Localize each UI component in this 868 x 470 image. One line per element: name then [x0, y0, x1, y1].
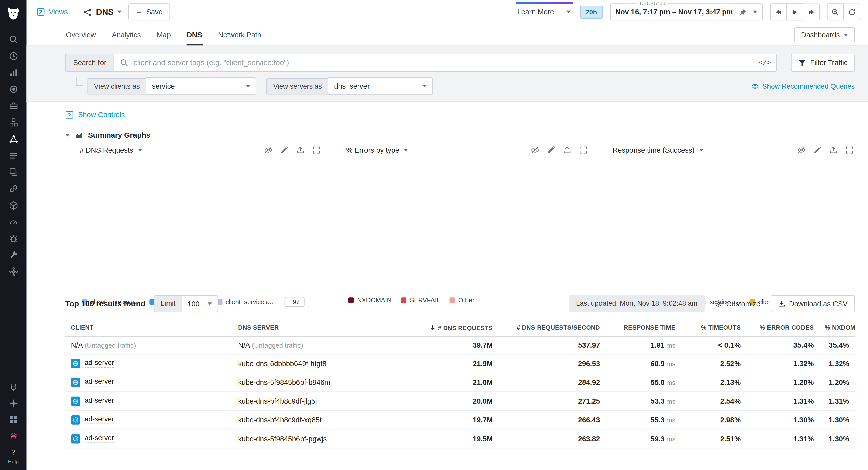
hide-icon[interactable]: Milliseconds02004006008001e3Nov 1706:001… — [797, 146, 806, 154]
tab-dns[interactable]: DNS — [186, 24, 203, 45]
export-icon[interactable] — [829, 146, 838, 154]
chart-plot[interactable] — [65, 157, 322, 296]
table-row[interactable]: ad-serverkube-dns-bf4b8c9df-jlg5j20.0M27… — [65, 392, 855, 411]
response-time-cell: 55.3 ms — [606, 411, 681, 430]
column-header--error-codes[interactable]: % ERROR CODES — [746, 319, 819, 336]
customize-button[interactable]: Customize — [715, 300, 760, 308]
kentik-logo[interactable] — [5, 5, 22, 22]
alerts-icon[interactable] — [8, 234, 18, 243]
insights-icon[interactable] — [8, 399, 18, 408]
chart-title-dropdown[interactable]: Response time (Success) — [613, 146, 704, 154]
view-servers-select[interactable]: dns_server — [328, 77, 433, 95]
tab-map[interactable]: Map — [156, 24, 171, 45]
fullscreen-icon[interactable] — [312, 146, 321, 154]
tools-icon[interactable] — [8, 250, 18, 260]
topology-icon[interactable] — [8, 134, 18, 144]
packages-icon[interactable] — [8, 201, 18, 210]
tab-analytics[interactable]: Analytics — [111, 24, 141, 45]
views-button[interactable]: Views — [36, 8, 68, 16]
mesh-icon[interactable] — [8, 267, 18, 276]
download-csv-button[interactable]: Download as CSV — [770, 295, 855, 312]
show-recommended-queries-link[interactable]: Show Recommended Queries — [751, 82, 855, 90]
chart-title-dropdown[interactable]: % Errors by type — [346, 146, 408, 154]
column-header-dns-server[interactable]: DNS SERVER — [232, 319, 416, 336]
caret-down-icon[interactable] — [753, 10, 757, 13]
mirror-icon[interactable] — [8, 168, 18, 177]
time-range-value: Nov 16, 7:17 pm – Nov 17, 3:47 pm — [615, 8, 733, 16]
skip-back-button[interactable] — [770, 3, 787, 21]
time-range-control[interactable]: UTC-07:00 Nov 16, 7:17 pm – Nov 17, 3:47… — [610, 3, 763, 21]
dashboards-button[interactable]: Dashboards — [794, 27, 855, 43]
fullscreen-icon[interactable] — [579, 146, 587, 154]
search-input[interactable] — [133, 59, 747, 67]
chart-plot[interactable] — [332, 157, 588, 296]
export-icon[interactable] — [563, 146, 571, 154]
help-button[interactable]: ? Help — [8, 447, 19, 466]
explorer-icon[interactable] — [8, 85, 18, 94]
client-tag[interactable]: ad-server — [71, 415, 114, 425]
show-controls-link[interactable]: Show Controls — [65, 111, 125, 119]
history-icon[interactable] — [8, 51, 18, 61]
chart-title-dropdown[interactable]: # DNS Requests — [80, 146, 142, 154]
edit-icon[interactable] — [813, 146, 822, 154]
botnet-icon[interactable] — [8, 431, 18, 440]
stacks-icon[interactable] — [8, 118, 18, 127]
legend-more-badge[interactable]: +97 — [284, 297, 305, 307]
search-icon[interactable] — [8, 35, 18, 44]
filter-traffic-button[interactable]: Filter Traffic — [791, 54, 855, 72]
table-row[interactable]: ad-serverkube-dns-5f9845b6bf-pgwjs19.5M2… — [65, 429, 855, 448]
charts-icon[interactable] — [8, 68, 18, 77]
client-tag[interactable]: ad-server — [71, 397, 114, 406]
learn-more-dropdown[interactable]: Learn More — [516, 2, 573, 22]
zoom-out-button[interactable] — [827, 3, 843, 21]
save-button[interactable]: Save — [128, 3, 170, 21]
play-button[interactable] — [787, 3, 803, 21]
legend-item[interactable]: Other — [450, 297, 474, 303]
summary-graphs-header[interactable]: Summary Graphs — [65, 131, 855, 139]
pin-icon[interactable] — [739, 8, 747, 16]
integrations-icon[interactable] — [8, 383, 18, 392]
links-icon[interactable] — [8, 184, 18, 194]
table-row[interactable]: N/A (Untagged traffic)N/A (Untagged traf… — [65, 336, 855, 354]
table-row[interactable]: ad-serverkube-dns-6dbbbb649f-htgf821.9M2… — [65, 354, 855, 373]
globe-icon — [71, 378, 80, 387]
monitor-icon[interactable] — [8, 217, 18, 227]
tab-network-path[interactable]: Network Path — [218, 24, 262, 45]
chart-panel-2: Response time (Success) Milliseconds0200… — [598, 144, 855, 283]
tab-overview[interactable]: Overview — [65, 24, 96, 45]
edit-icon[interactable] — [280, 146, 289, 154]
client-tag[interactable]: ad-server — [71, 378, 114, 387]
limit-select[interactable]: 100 — [182, 295, 218, 312]
view-clients-select[interactable]: service — [146, 77, 257, 95]
column-header-response-time[interactable]: RESPONSE TIME — [606, 319, 681, 336]
chart-plot[interactable] — [598, 157, 855, 296]
fullscreen-icon[interactable] — [845, 146, 854, 154]
hide-icon[interactable]: Requests010M20M30M40MNov 1706:0012:00 — [264, 146, 273, 154]
query-code-button[interactable]: </> — [754, 54, 777, 72]
table-row[interactable]: ad-serverkube-dns-5f9845b6bf-b946m21.0M2… — [65, 373, 855, 392]
hide-icon[interactable]: Percent1010.10.011e-31e-4Nov 1706:0012:0… — [531, 146, 539, 154]
edit-icon[interactable] — [547, 146, 555, 154]
library-icon[interactable] — [8, 101, 18, 110]
export-icon[interactable] — [296, 146, 305, 154]
flows-icon[interactable] — [8, 151, 18, 160]
legend-item[interactable]: NXDOMAIN — [348, 297, 392, 303]
view-title-dropdown[interactable]: DNS — [83, 7, 122, 16]
legend-item[interactable]: client_service:a... — [217, 299, 275, 305]
requests-per-second-cell: 263.82 — [498, 429, 606, 448]
column-header--dns-requests[interactable]: # DNS REQUESTS — [416, 319, 498, 336]
duration-badge[interactable]: 20h — [580, 5, 602, 19]
refresh-button[interactable] — [843, 3, 860, 21]
column-header--timeouts[interactable]: % TIMEOUTS — [681, 319, 746, 336]
skip-forward-button[interactable] — [803, 3, 820, 21]
legend-item[interactable]: SERVFAIL — [401, 297, 440, 303]
column-header--nxdomain[interactable]: % NXDOMAIN — [819, 319, 855, 336]
client-tag[interactable]: ad-server — [71, 434, 114, 443]
client-tag[interactable]: ad-server — [71, 359, 114, 368]
apps-icon[interactable] — [8, 415, 18, 424]
play-icon — [792, 8, 798, 15]
column-header--dns-requests-second[interactable]: # DNS REQUESTS/SECOND — [498, 319, 606, 336]
table-row[interactable]: ad-serverkube-dns-bf4b8c9df-xq85t19.7M26… — [65, 411, 855, 430]
gear-icon — [715, 300, 722, 308]
column-header-client[interactable]: CLIENT — [65, 319, 232, 336]
